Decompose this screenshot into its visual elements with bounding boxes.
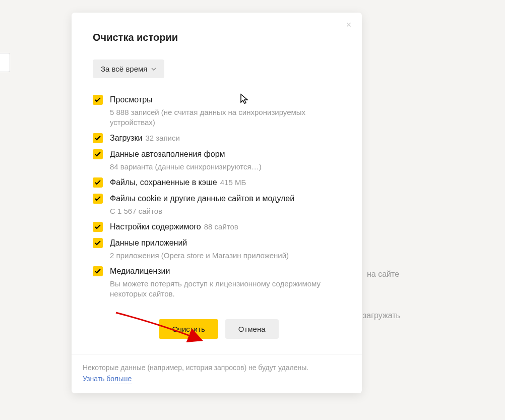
check-icon — [95, 269, 101, 274]
checkbox-autofill[interactable] — [93, 149, 103, 159]
time-range-select[interactable]: За всё время — [93, 59, 164, 78]
check-icon — [95, 196, 101, 201]
button-row: Очистить Отмена — [93, 319, 345, 339]
option-sub: 2 приложения (Opera store и Магазин прил… — [110, 251, 345, 261]
option-content-settings: Настройки содержимого88 сайтов — [93, 221, 345, 232]
option-cache: Файлы, сохраненные в кэше415 МБ — [93, 177, 345, 188]
option-count: 415 МБ — [220, 178, 246, 187]
close-icon: × — [346, 20, 352, 30]
options-list: Просмотры 5 888 записей (не считая данны… — [93, 94, 345, 299]
check-icon — [95, 224, 101, 229]
option-count: 88 сайтов — [204, 222, 238, 231]
option-label: Файлы, сохраненные в кэше — [110, 178, 217, 187]
chevron-down-icon — [151, 68, 156, 71]
clear-button[interactable]: Очистить — [159, 319, 218, 339]
option-label: Данные приложений — [110, 238, 187, 247]
checkbox-views[interactable] — [93, 95, 103, 105]
checkbox-downloads[interactable] — [93, 133, 103, 143]
option-downloads: Загрузки32 записи — [93, 133, 345, 144]
option-label: Загрузки — [110, 134, 142, 142]
option-sub: 84 варианта (данные синхронизируются…) — [110, 162, 345, 172]
checkbox-media-licenses[interactable] — [93, 266, 103, 276]
option-sub: 5 888 записей (не считая данных на синхр… — [110, 107, 345, 128]
clear-history-dialog: × Очистка истории За всё время Просмотры… — [72, 13, 362, 393]
time-range-label: За всё время — [101, 65, 147, 73]
check-icon — [95, 241, 101, 246]
option-sub: С 1 567 сайтов — [110, 206, 345, 216]
option-views: Просмотры 5 888 записей (не считая данны… — [93, 94, 345, 128]
checkbox-content-settings[interactable] — [93, 222, 103, 232]
option-label: Просмотры — [110, 95, 153, 104]
dialog-footer: Некоторые данные (например, история запр… — [72, 354, 362, 393]
option-sub: Вы можете потерять доступ к лицензионном… — [110, 279, 345, 299]
dialog-title: Очистка истории — [93, 32, 345, 43]
option-cookies: Файлы cookie и другие данные сайтов и мо… — [93, 193, 345, 216]
option-app-data: Данные приложений 2 приложения (Opera st… — [93, 237, 345, 261]
learn-more-link[interactable]: Узнать больше — [83, 374, 132, 384]
check-icon — [95, 152, 101, 157]
option-label: Файлы cookie и другие данные сайтов и мо… — [110, 194, 294, 203]
option-label: Медиалицензии — [110, 267, 170, 275]
bg-text: загружать — [363, 311, 400, 320]
bg-tab-fragment — [0, 53, 10, 72]
check-icon — [95, 136, 101, 141]
option-label: Данные автозаполнения форм — [110, 150, 225, 158]
option-label: Настройки содержимого — [110, 222, 201, 231]
check-icon — [95, 180, 101, 185]
checkbox-cookies[interactable] — [93, 194, 103, 204]
bg-text: на сайте — [367, 270, 399, 279]
option-count: 32 записи — [145, 134, 179, 142]
option-media-licenses: Медиалицензии Вы можете потерять доступ … — [93, 266, 345, 299]
check-icon — [95, 97, 101, 102]
footer-text: Некоторые данные (например, история запр… — [83, 364, 308, 372]
option-autofill: Данные автозаполнения форм 84 варианта (… — [93, 149, 345, 172]
close-button[interactable]: × — [345, 21, 353, 29]
cancel-button[interactable]: Отмена — [225, 319, 279, 339]
checkbox-app-data[interactable] — [93, 238, 103, 248]
checkbox-cache[interactable] — [93, 177, 103, 188]
